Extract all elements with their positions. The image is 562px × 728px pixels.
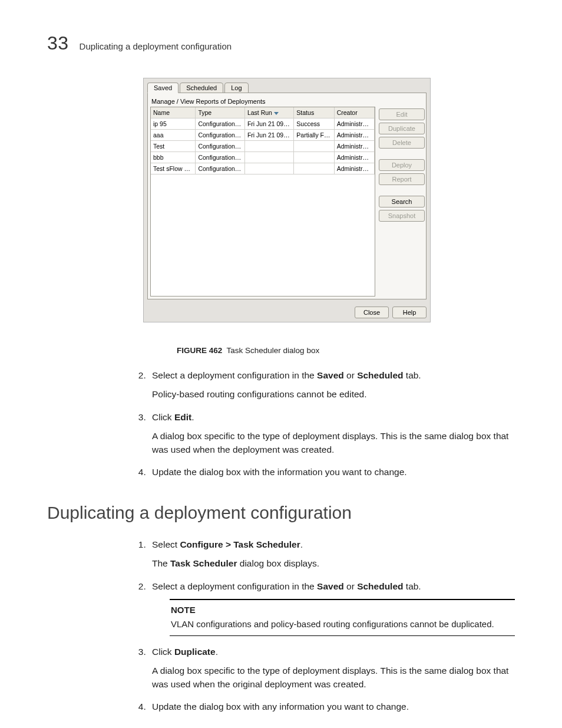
table-row[interactable]: aaa Configuration … Fri Jun 21 09:… Part… — [151, 130, 375, 141]
close-button[interactable]: Close — [355, 307, 389, 318]
col-name[interactable]: Name — [151, 107, 196, 118]
delete-button[interactable]: Delete — [379, 137, 425, 149]
dup-step-1: Select Configure > Task Scheduler. The T… — [148, 538, 515, 571]
step-4: Update the dialog box with the informati… — [148, 466, 515, 479]
figure-caption: FIGURE 462 Task Scheduler dialog box — [177, 346, 515, 355]
chapter-number: 33 — [47, 32, 69, 54]
table-row[interactable]: bbb Configuration … Administrator — [151, 152, 375, 163]
col-status[interactable]: Status — [294, 107, 334, 118]
duplicate-button[interactable]: Duplicate — [379, 123, 425, 134]
col-creator[interactable]: Creator — [334, 107, 374, 118]
col-type[interactable]: Type — [196, 107, 244, 118]
table-row[interactable]: Test Configuration … Administrator — [151, 141, 375, 152]
tab-saved[interactable]: Saved — [147, 83, 178, 93]
running-header: 33 Duplicating a deployment configuratio… — [47, 32, 527, 54]
table-row[interactable]: Test sFlow C… Configuration … Administra… — [151, 163, 375, 174]
sort-desc-icon — [274, 112, 279, 115]
dup-step-2: Select a deployment configuration in the… — [148, 580, 515, 636]
dup-step-3: Click Duplicate. A dialog box specific t… — [148, 645, 515, 691]
chapter-title: Duplicating a deployment configuration — [80, 41, 232, 51]
note-box: NOTE VLAN configurations and policy-base… — [170, 599, 515, 636]
col-last-run[interactable]: Last Run — [244, 107, 293, 118]
tab-log[interactable]: Log — [224, 83, 248, 93]
report-button[interactable]: Report — [379, 173, 425, 185]
dialog-footer: Close Help — [144, 303, 430, 322]
tab-bar: Saved Scheduled Log — [144, 78, 430, 93]
step-3: Click Edit. A dialog box specific to the… — [148, 411, 515, 456]
task-scheduler-dialog: Saved Scheduled Log Manage / View Report… — [143, 78, 431, 322]
panel-subtitle: Manage / View Reports of Deployments — [150, 95, 375, 107]
steps-edit: Select a deployment configuration in the… — [135, 369, 515, 479]
table-row[interactable]: ip 95 Configuration … Fri Jun 21 09:… Su… — [151, 118, 375, 130]
edit-button[interactable]: Edit — [379, 108, 425, 120]
deployments-table[interactable]: Name Type Last Run Status Creator — [150, 107, 375, 297]
snapshot-button[interactable]: Snapshot — [379, 210, 425, 222]
section-heading: Duplicating a deployment configuration — [47, 503, 527, 523]
action-button-column: Edit Duplicate Delete Deploy Report Sear… — [379, 95, 424, 297]
search-button[interactable]: Search — [379, 196, 425, 207]
deploy-button[interactable]: Deploy — [379, 159, 425, 171]
tab-scheduled[interactable]: Scheduled — [180, 83, 223, 93]
steps-duplicate: Select Configure > Task Scheduler. The T… — [135, 538, 515, 714]
step-2: Select a deployment configuration in the… — [148, 369, 515, 401]
dup-step-4: Update the dialog box with any informati… — [148, 700, 515, 713]
help-button[interactable]: Help — [392, 307, 427, 318]
